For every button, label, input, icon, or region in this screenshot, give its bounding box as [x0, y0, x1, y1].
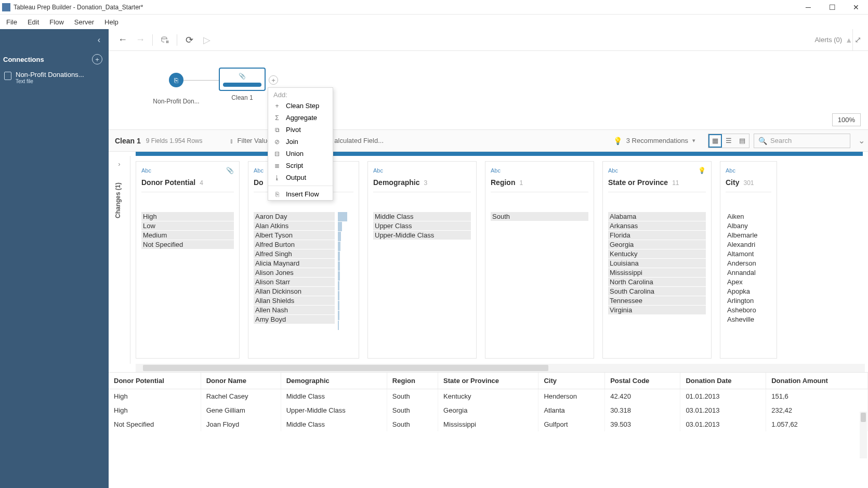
profile-card[interactable]: Abc💡State or Province11AlabamaArkansasFl… — [602, 161, 712, 359]
vertical-scrollbar[interactable] — [860, 412, 867, 458]
recommendations-dropdown[interactable]: 3 Recommendations — [626, 137, 688, 144]
profile-value[interactable]: Mississippi — [608, 268, 706, 277]
column-header[interactable]: State or Province — [438, 373, 538, 389]
alerts-indicator[interactable]: Alerts (0) ▲ — [814, 36, 852, 44]
profile-value[interactable]: Arlington — [726, 296, 771, 305]
profile-value[interactable]: Aaron Day — [254, 212, 335, 221]
profile-card[interactable]: AbcCity301AikenAlbanyAlbemarleAlexandriA… — [720, 161, 777, 359]
profile-value[interactable]: Albany — [726, 221, 771, 230]
refresh-button[interactable]: ⟳ — [180, 32, 198, 48]
profile-value[interactable]: Alfred Burton — [254, 240, 335, 249]
profile-value[interactable]: Apopka — [726, 287, 771, 296]
table-row[interactable]: Not SpecifiedJoan FloydMiddle ClassSouth… — [109, 417, 868, 431]
profile-value[interactable]: Alison Starr — [254, 278, 335, 286]
profile-value[interactable]: Alabama — [608, 212, 706, 221]
view-profile[interactable]: ▦ — [708, 134, 722, 148]
scroll-thumb[interactable] — [143, 365, 548, 371]
profile-value[interactable]: Altamont — [726, 249, 771, 258]
filter-values-button[interactable]: Filter Value — [238, 137, 271, 144]
calc-field-button[interactable]: alculated Field... — [334, 137, 384, 144]
horizontal-scrollbar[interactable] — [136, 364, 865, 372]
menu-output[interactable]: ⭳Output — [268, 172, 333, 183]
flow-canvas[interactable]: ⎘ Non-Profit Don... 📎 Clean 1 + 100% Add… — [109, 51, 868, 130]
table-row[interactable]: HighGene GilliamUpper-Middle ClassSouthG… — [109, 403, 868, 417]
scroll-thumb[interactable] — [861, 413, 866, 422]
view-grid[interactable]: ▤ — [735, 134, 749, 148]
profile-value[interactable]: Upper Class — [373, 221, 471, 230]
profile-value[interactable]: Alison Jones — [254, 268, 335, 277]
profile-card[interactable]: Abc📎Donor Potential4HighLowMediumNot Spe… — [136, 161, 240, 359]
table-row[interactable]: HighRachel CaseyMiddle ClassSouthKentuck… — [109, 389, 868, 404]
maximize-button[interactable]: ☐ — [820, 0, 844, 15]
menu-join[interactable]: ⊘Join — [268, 136, 333, 148]
add-step-button[interactable]: + — [269, 75, 278, 85]
column-header[interactable]: Demographic — [281, 373, 387, 389]
menu-clean-step[interactable]: +Clean Step — [268, 100, 333, 112]
menu-file[interactable]: File — [1, 16, 22, 28]
profile-value[interactable]: Arkansas — [608, 221, 706, 230]
flow-node-clean[interactable]: 📎 Clean 1 — [219, 68, 266, 101]
profile-value[interactable]: South Carolina — [608, 287, 706, 296]
profile-value[interactable]: Asheboro — [726, 306, 771, 314]
add-connection-button[interactable]: + — [92, 54, 102, 64]
profile-value[interactable]: Alicia Maynard — [254, 259, 335, 268]
column-header[interactable]: Donor Potential — [109, 373, 201, 389]
profile-value[interactable]: Upper-Middle Class — [373, 231, 471, 240]
menu-pivot[interactable]: ⧉Pivot — [268, 124, 333, 136]
profile-value[interactable]: Georgia — [608, 240, 706, 249]
back-button[interactable]: ← — [114, 32, 131, 48]
close-button[interactable]: ✕ — [844, 0, 868, 15]
zoom-level[interactable]: 100% — [832, 113, 861, 126]
expand-panel-button[interactable]: ⤢ — [852, 29, 863, 51]
flow-node-source[interactable]: ⎘ Non-Profit Don... — [150, 73, 202, 105]
run-flow-button[interactable]: ▷ — [198, 32, 216, 48]
profile-value[interactable]: Middle Class — [373, 212, 471, 221]
menu-help[interactable]: Help — [99, 16, 124, 28]
profile-card[interactable]: AbcRegion1South — [485, 161, 594, 359]
column-header[interactable]: City — [538, 373, 605, 389]
column-header[interactable]: Donor Name — [201, 373, 281, 389]
profile-value[interactable]: Annandal — [726, 268, 771, 277]
profile-value[interactable]: Anderson — [726, 259, 771, 268]
sidebar-collapse[interactable]: ‹ — [0, 29, 109, 51]
menu-server[interactable]: Server — [69, 16, 99, 28]
search-input[interactable]: 🔍 Search — [754, 134, 850, 148]
profile-value[interactable]: Asheville — [726, 315, 771, 324]
profile-value[interactable]: Alfred Singh — [254, 249, 335, 258]
menu-union[interactable]: ⊟Union — [268, 148, 333, 160]
profile-value[interactable]: Allan Dickinson — [254, 287, 335, 296]
profile-value[interactable]: Tennessee — [608, 296, 706, 305]
profile-value[interactable]: Louisiana — [608, 259, 706, 268]
menu-insert-flow[interactable]: ⎘Insert Flow — [268, 188, 333, 200]
menu-aggregate[interactable]: ΣAggregate — [268, 112, 333, 124]
profile-value[interactable]: Alexandri — [726, 240, 771, 249]
column-header[interactable]: Region — [387, 373, 438, 389]
menu-script[interactable]: ≣Script — [268, 160, 333, 172]
menu-flow[interactable]: Flow — [44, 16, 69, 28]
profile-value[interactable]: Apex — [726, 278, 771, 286]
menu-edit[interactable]: Edit — [22, 16, 44, 28]
minimize-button[interactable]: ─ — [796, 0, 820, 15]
column-header[interactable]: Donation Date — [680, 373, 766, 389]
profile-value[interactable]: Medium — [141, 231, 234, 240]
profile-value[interactable]: Amy Boyd — [254, 315, 335, 324]
profile-value[interactable]: High — [141, 212, 234, 221]
profile-value[interactable]: Aiken — [726, 212, 771, 221]
column-header[interactable]: Postal Code — [605, 373, 680, 389]
forward-button[interactable]: → — [131, 32, 149, 48]
profile-value[interactable]: Not Specified — [141, 240, 234, 249]
profile-value[interactable]: North Carolina — [608, 278, 706, 286]
profile-value[interactable]: Low — [141, 221, 234, 230]
profile-value[interactable]: Allen Nash — [254, 306, 335, 314]
profile-value[interactable]: Albemarle — [726, 231, 771, 240]
connection-item[interactable]: Non-Profit Donations... Text file — [0, 68, 109, 87]
profile-value[interactable]: Kentucky — [608, 249, 706, 258]
column-header[interactable]: Donation Amount — [766, 373, 868, 389]
view-list[interactable]: ☰ — [722, 134, 735, 148]
profile-value[interactable]: Virginia — [608, 306, 706, 314]
profile-value[interactable]: Allan Shields — [254, 296, 335, 305]
profile-card[interactable]: AbcDemographic3Middle ClassUpper ClassUp… — [367, 161, 477, 359]
profile-value[interactable]: South — [491, 212, 588, 221]
data-toggle-button[interactable] — [156, 32, 174, 48]
profile-value[interactable]: Florida — [608, 231, 706, 240]
